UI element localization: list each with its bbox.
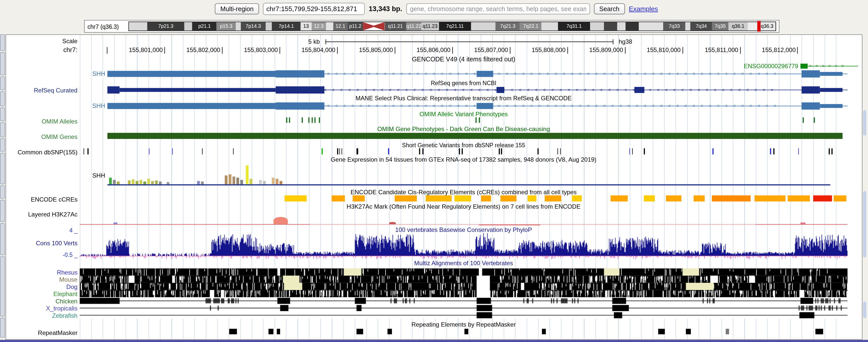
cytoband-7q33[interactable]: 7q33 bbox=[663, 22, 685, 31]
dbsnp-title[interactable]: Short Genetic Variants from dbSNP releas… bbox=[80, 142, 847, 148]
refseq-shh-gene[interactable]: <<<<<<<<<<<<<<<<<<<<<<<<<<<<<<<<<<<<<<<<… bbox=[80, 86, 847, 93]
viz-block[interactable] bbox=[356, 148, 358, 154]
cons-histogram[interactable] bbox=[80, 232, 847, 259]
position-input[interactable] bbox=[263, 3, 365, 15]
track-handle[interactable] bbox=[0, 107, 5, 121]
viz-block[interactable] bbox=[107, 133, 842, 139]
viz-block[interactable] bbox=[276, 86, 324, 93]
viz-block[interactable] bbox=[632, 148, 633, 154]
base-position-ruler[interactable]: 155,801,000155,802,000155,803,000155,804… bbox=[80, 46, 847, 55]
viz-block[interactable] bbox=[395, 195, 417, 201]
viz-block[interactable] bbox=[107, 184, 831, 185]
viz-block[interactable] bbox=[481, 195, 491, 201]
viz-block[interactable] bbox=[802, 86, 820, 93]
viz-block[interactable] bbox=[423, 148, 423, 154]
viz-block[interactable] bbox=[353, 195, 365, 201]
viz-block[interactable] bbox=[277, 329, 280, 335]
viz-block[interactable] bbox=[312, 118, 313, 123]
cytoband-7q22.1[interactable]: 7q22.1 bbox=[520, 22, 541, 31]
ensg-gene-row[interactable]: ENSG00000296779 >>>>>> bbox=[80, 63, 847, 69]
viz-block[interactable] bbox=[611, 195, 628, 201]
viz-block[interactable] bbox=[167, 182, 169, 184]
viz-block[interactable] bbox=[820, 88, 842, 92]
mane-shh-gene[interactable]: SHH <<<<<<<<<<<<<<<<<<<<<<<<<<<<<<<<<<<<… bbox=[80, 102, 847, 110]
shh-item-label[interactable]: SHH bbox=[80, 102, 105, 110]
gencode-shh-gene[interactable]: SHH <<<<<<<<<<<<<<<<<<<<<<<<<<<<<<<<<<<<… bbox=[80, 70, 847, 77]
viz-block[interactable] bbox=[172, 148, 173, 154]
viz-block[interactable] bbox=[289, 118, 290, 123]
viz-block[interactable] bbox=[225, 176, 227, 184]
viz-block[interactable] bbox=[560, 148, 561, 154]
multiz-row-zebrafish[interactable] bbox=[80, 312, 847, 319]
cytoband[interactable] bbox=[266, 22, 272, 31]
viz-block[interactable] bbox=[246, 165, 249, 184]
viz-block[interactable] bbox=[755, 224, 847, 225]
viz-block[interactable] bbox=[465, 329, 468, 335]
track-label-refseq[interactable]: RefSeq Curated bbox=[34, 87, 78, 93]
viz-block[interactable] bbox=[815, 329, 823, 335]
cytoband-7p21.3[interactable]: 7p21.3 bbox=[147, 22, 184, 31]
viz-block[interactable] bbox=[831, 148, 832, 154]
viz-block[interactable] bbox=[801, 66, 858, 67]
viz-block[interactable] bbox=[120, 88, 276, 92]
viz-block[interactable] bbox=[644, 195, 655, 201]
viz-block[interactable] bbox=[80, 224, 310, 225]
viz-block[interactable] bbox=[788, 195, 810, 201]
viz-block[interactable] bbox=[128, 180, 131, 184]
viz-block[interactable] bbox=[263, 181, 266, 184]
viz-block[interactable] bbox=[197, 181, 200, 184]
track-label-repeatmasker[interactable]: RepeatMasker bbox=[38, 330, 78, 336]
viz-block[interactable] bbox=[237, 178, 239, 184]
right-handle[interactable] bbox=[863, 110, 866, 136]
cytoband[interactable] bbox=[326, 22, 333, 31]
track-label-cons[interactable]: Cons 100 Verts bbox=[36, 240, 78, 246]
track-label-dbsnp[interactable]: Common dbSNP(155) bbox=[18, 149, 78, 155]
viz-block[interactable] bbox=[629, 148, 630, 154]
viz-block[interactable] bbox=[388, 329, 392, 335]
species-label-dog[interactable]: Dog bbox=[66, 283, 78, 290]
viz-block[interactable] bbox=[136, 181, 138, 184]
cytoband-7q35[interactable]: 7q35 bbox=[712, 22, 728, 31]
multiz-canvas[interactable] bbox=[80, 269, 847, 276]
multiz-row-xtropicalis[interactable] bbox=[80, 304, 847, 311]
viz-block[interactable] bbox=[302, 118, 303, 123]
cytoband[interactable] bbox=[541, 22, 558, 31]
cytoband-p21.1[interactable]: p21.1 bbox=[192, 22, 217, 31]
cytoband[interactable] bbox=[639, 22, 663, 31]
track-label-ccre[interactable]: ENCODE cCREs bbox=[31, 196, 78, 203]
viz-block[interactable] bbox=[462, 148, 463, 154]
viz-block[interactable] bbox=[202, 148, 203, 154]
viz-block[interactable] bbox=[272, 178, 275, 184]
track-handle[interactable] bbox=[0, 223, 5, 255]
viz-block[interactable] bbox=[658, 329, 664, 335]
viz-block[interactable] bbox=[117, 182, 120, 184]
viz-block[interactable] bbox=[308, 118, 309, 123]
viz-block[interactable] bbox=[644, 148, 645, 154]
viz-block[interactable] bbox=[426, 195, 452, 201]
track-handle[interactable] bbox=[0, 122, 5, 137]
species-label-rhesus[interactable]: Rhesus bbox=[57, 269, 78, 276]
species-label-chicken[interactable]: Chicken bbox=[56, 298, 78, 304]
cytoband-7q34[interactable]: 7q34 bbox=[690, 22, 712, 31]
viz-block[interactable] bbox=[475, 118, 476, 123]
viz-block[interactable] bbox=[814, 118, 815, 123]
viz-block[interactable] bbox=[501, 148, 502, 154]
multiz-canvas[interactable] bbox=[80, 304, 847, 311]
multiz-row-chicken[interactable] bbox=[80, 297, 847, 304]
viz-block[interactable] bbox=[499, 148, 499, 154]
omim-alleles-title[interactable]: OMIM Allelic Variant Phenotypes bbox=[80, 111, 847, 117]
multiz-canvas[interactable] bbox=[80, 297, 847, 304]
search-button[interactable]: Search bbox=[594, 3, 625, 14]
viz-block[interactable] bbox=[314, 118, 315, 123]
viz-block[interactable] bbox=[572, 195, 582, 201]
examples-link[interactable]: Examples bbox=[629, 5, 658, 13]
viz-block[interactable] bbox=[686, 329, 691, 335]
viz-block[interactable] bbox=[140, 180, 142, 184]
cons-title[interactable]: 100 vertebrates Basewise Conservation by… bbox=[80, 226, 847, 233]
viz-block[interactable] bbox=[712, 148, 713, 154]
viz-block[interactable] bbox=[694, 195, 705, 201]
viz-block[interactable] bbox=[109, 178, 112, 184]
multiz-canvas[interactable] bbox=[80, 312, 847, 319]
viz-block[interactable] bbox=[542, 329, 546, 335]
track-handle[interactable] bbox=[0, 91, 5, 106]
